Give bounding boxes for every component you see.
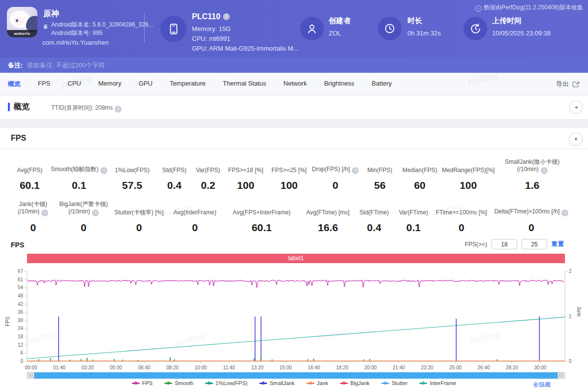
metric-label: Median(FPS) [402,167,437,174]
tab-network[interactable]: Network [283,80,307,89]
metric-value: 0 [81,222,87,234]
metric-label: Std(FPS) [162,167,186,174]
tab-temperature[interactable]: Temperature [170,80,206,89]
legend-smooth[interactable]: Smooth [164,380,193,386]
fps-section: FPS ▼ Avg(FPS)60.1Smooth(稳帧指数)?0.11%Low(… [0,128,588,388]
help-icon[interactable]: ? [352,167,359,174]
svg-text:18:20: 18:20 [336,365,348,370]
fps-threshold-controls: FPS(>=) 重置 [465,239,564,249]
metric-fps-18-%: FPS>=18 [%]100 [224,158,267,191]
fps-collapse-button[interactable]: ▼ [569,132,583,146]
upload-value: 10/05/2025 23:09:38 [492,30,551,37]
legend-jank[interactable]: Jank [307,380,328,386]
svg-text:1: 1 [569,314,572,319]
metric-label: Avg(InterFrame) [174,209,217,216]
legend-bigjank[interactable]: BigJank [340,380,370,386]
metric-label: Var(FPS) [196,167,220,174]
app-icon-badge: miHoYo [7,30,37,37]
tab-battery[interactable]: Battery [371,80,392,89]
legend-stutter[interactable]: Stutter [381,380,407,386]
fps-threshold-input-2[interactable] [522,239,547,249]
upload-label: 上传时间 [492,16,522,26]
legend-marker [259,383,267,384]
metric-median-fps: Median(FPS)60 [400,158,440,191]
metric-label: FPS>=18 [%] [228,167,263,174]
slider-handle-right[interactable] [557,372,565,379]
legend-label: Jank [317,380,328,386]
fps-threshold-input-1[interactable] [492,239,517,249]
tab-fps[interactable]: FPS [38,80,50,89]
legend-label: Stutter [392,380,407,386]
chart-label-banner[interactable]: label1 [27,254,565,263]
device-info-icon[interactable]: i [223,13,230,20]
fps-chart: 676154484236302418126021000:0001:4003:20… [0,265,588,372]
tab-cpu[interactable]: CPU [67,80,81,89]
note-input[interactable] [27,61,322,69]
metric-value: 60.1 [20,179,40,191]
metric-value: 0 [192,222,198,234]
tab-thermal-status[interactable]: Thermal Status [223,80,266,89]
legend-fps[interactable]: FPS [132,380,153,386]
metric-label: Jank(卡顿) (/10min)? [18,201,48,216]
overview-collapse-button[interactable]: ◄ [569,100,583,114]
help-icon[interactable]: ? [115,106,122,113]
tab-bar: 概览FPSCPUMemoryGPUTemperatureThermal Stat… [0,73,588,95]
legend-label: InterFrame [430,380,456,386]
legend-1%low-fps[interactable]: 1%Low(FPS) [205,380,248,386]
fps-threshold-reset-link[interactable]: 重置 [552,240,564,248]
note-label: 备注: [8,61,23,70]
svg-text:67: 67 [18,269,24,274]
overview-title: 概览 [14,102,30,112]
legend-interframe[interactable]: InterFrame [419,380,456,386]
metric-label: Stutter(卡顿率) [%] [114,209,163,216]
svg-text:24: 24 [18,326,24,331]
info-outline-icon: i [475,5,482,12]
svg-text:06:40: 06:40 [138,365,150,370]
legend-smalljank[interactable]: SmallJank [259,380,295,386]
help-icon[interactable]: ? [561,209,568,216]
legend-label: Smooth [175,380,193,386]
person-icon [306,23,318,34]
export-button[interactable]: 导出 [556,73,580,95]
metric-value: 0.4 [167,179,182,191]
svg-text:16:40: 16:40 [308,365,320,370]
tab-brightness[interactable]: Brightness [324,80,354,89]
metric-avg-fps-interframe: Avg(FPS+InterFrame)60.1 [222,201,302,234]
upload-icon-circle [464,17,487,40]
chart-range-slider[interactable] [27,372,565,379]
hide-all-link[interactable]: 全隐藏 [533,381,551,388]
help-icon[interactable]: ? [100,167,107,174]
export-icon [572,81,580,88]
legend-items: FPSSmooth1%Low(FPS)SmallJankJankBigJankS… [0,380,588,386]
metric-value: 16.6 [318,222,338,234]
divider [0,149,588,149]
metric-drop-fps-h: Drop(FPS) [/h]?0 [311,158,360,191]
duration-icon-circle [378,17,402,40]
metric-stutter-%: Stutter(卡顿率) [%]0 [110,201,168,234]
metric-label: FTime>=100ms [%] [436,209,487,216]
slider-handle-left[interactable] [27,372,34,379]
metric-label: Drop(FPS) [/h]? [312,166,359,174]
help-icon[interactable]: ? [92,209,99,216]
metric-delta-ftime-100ms-h: Delta(FTime)>100ms [/h]?0 [490,201,573,234]
svg-text:15:00: 15:00 [279,365,292,370]
legend-label: SmallJank [270,380,295,386]
export-label: 导出 [556,80,569,89]
legend-marker [164,383,172,384]
metric-label: FPS>=25 [%] [272,167,307,174]
svg-text:28:20: 28:20 [506,365,518,370]
legend-marker [307,383,314,384]
tab-gpu[interactable]: GPU [139,80,153,89]
help-icon[interactable]: ? [541,167,548,174]
section-gap [0,119,588,128]
metric-value: 0 [459,222,464,234]
metric-value: 0 [136,222,142,234]
metric-value: 60.1 [251,222,272,234]
legend-marker [205,383,213,384]
fps-section-title: FPS [11,134,26,143]
svg-text:10:00: 10:00 [194,365,207,370]
help-icon[interactable]: ? [41,209,48,216]
tab-[interactable]: 概览 [8,80,21,89]
ttid-value: TTID(首屏时间): 208ms? [51,104,122,113]
tab-memory[interactable]: Memory [98,80,122,89]
